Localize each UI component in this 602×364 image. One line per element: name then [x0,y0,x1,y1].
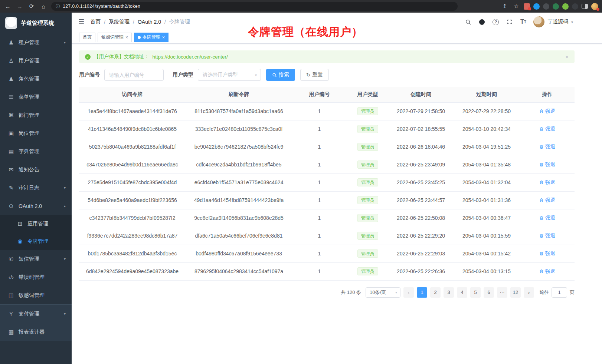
tab-home[interactable]: 首页 [79,33,95,42]
sidebar-item-oauth[interactable]: ⊙ OAuth 2.0 ▴ [0,197,72,215]
extension-icon[interactable] [543,3,549,10]
sidebar-item-sensitive-word[interactable]: ◫ 敏感词管理 [0,286,72,304]
app-logo[interactable]: 芋道管理系统 [0,13,72,33]
user-avatar [533,16,544,27]
extension-icon[interactable] [562,3,569,10]
force-logout-button[interactable]: 强退 [539,108,555,115]
cell-expire-time: 2054-03-04 00:15:59 [453,227,520,245]
cell-create-time: 2022-06-25 23:44:57 [389,191,453,209]
cell-actions: 强退 [520,102,575,120]
page-button-2[interactable]: 2 [430,287,441,298]
next-page-button[interactable]: › [524,287,534,298]
sidebar-item-menu[interactable]: ☰ 菜单管理 [0,88,72,106]
page-button-1[interactable]: 1 [417,287,427,298]
token-signal-icon: ◉ [16,238,24,245]
search-icon[interactable] [465,18,472,26]
cell-expire-time: 2054-03-10 20:42:34 [453,120,520,138]
cell-user-id: 1 [292,102,347,120]
cell-user-type: 管理员 [347,138,389,156]
extension-icon[interactable] [533,3,540,10]
pagination: 共 120 条 10条/页 ▾ ‹ 1 2 3 4 5 6 ··· 12 › 前… [79,287,575,298]
sidebar-item-payment[interactable]: ¥ 支付管理 ▾ [0,305,72,323]
force-logout-button[interactable]: 强退 [539,179,555,186]
sidebar-item-user[interactable]: ♙ 用户管理 [0,52,72,70]
doc-link[interactable]: https://doc.iocoder.cn/user-center/ [153,54,228,60]
goto-page-input[interactable] [552,287,567,298]
page-button-6[interactable]: 6 [484,287,494,298]
sidebar-item-sms[interactable]: ✆ 短信管理 ▾ [0,250,72,268]
logo-image [5,17,17,29]
page-button-5[interactable]: 5 [470,287,481,298]
force-logout-button[interactable]: 强退 [539,250,555,257]
share-icon[interactable]: ↥ [501,3,509,10]
cell-user-type: 管理员 [347,245,389,262]
close-icon[interactable]: × [162,35,165,40]
force-logout-button[interactable]: 强退 [539,161,555,168]
page-button-3[interactable]: 3 [444,287,454,298]
oauth-icon: ⊙ [7,203,15,209]
sidebar-item-oauth-token[interactable]: ◉ 令牌管理 [0,232,72,250]
sidebar-item-oauth-application[interactable]: ⊞ 应用管理 [0,215,72,232]
page-button-4[interactable]: 4 [457,287,467,298]
sidebar-toggle-icon[interactable]: ☰ [78,18,84,26]
bookmark-star-icon[interactable]: ☆ [512,3,520,10]
cell-access-token: 54d6be82ee5a460a9aedc1f9bf223656 [79,191,186,209]
force-logout-button[interactable]: 强退 [539,232,555,239]
sms-icon: ✆ [7,256,15,262]
forward-icon[interactable]: → [16,3,24,10]
payment-icon: ¥ [7,311,15,317]
github-icon[interactable] [478,18,486,26]
page-button-12[interactable]: 12 [510,287,521,298]
breadcrumb-system[interactable]: 系统管理 [109,19,130,25]
sidebar-item-tenant[interactable]: ♟ 租户管理 ▾ [0,33,72,52]
reset-button[interactable]: ↻ 重置 [300,69,329,81]
force-logout-button[interactable]: 强退 [539,215,555,221]
breadcrumb-oauth[interactable]: OAuth 2.0 [138,19,161,25]
force-logout-button[interactable]: 强退 [539,126,555,132]
cell-refresh-token: 811c530487574fa0af1a59d3abc1aa66 [186,102,292,120]
sidebar-item-report-designer[interactable]: ▦ 报表设计器 [0,323,72,341]
fullscreen-icon[interactable] [506,18,513,26]
search-button[interactable]: 搜索 [266,69,295,81]
force-logout-button[interactable]: 强退 [539,197,555,203]
chevron-down-icon: ▾ [64,257,66,261]
breadcrumb-home[interactable]: 首页 [90,19,101,25]
more-pages-button[interactable]: ··· [497,287,507,298]
user-id-input[interactable] [104,69,164,81]
url-text: 127.0.0.1:1024/system/oauth2/token [63,4,140,9]
sidebar-item-department[interactable]: ⌘ 部门管理 [0,106,72,124]
sidebar-item-error-code[interactable]: ‹/› 错误码管理 [0,268,72,286]
cell-create-time: 2022-06-26 18:04:46 [389,138,453,156]
home-icon[interactable]: ⌂ [39,3,48,10]
prev-page-button[interactable]: ‹ [403,287,414,298]
tab-sensitive-word[interactable]: 敏感词管理 × [98,33,132,42]
site-info-icon[interactable]: ⓘ [56,3,60,10]
user-menu[interactable]: 芋道源码 ▾ [533,16,573,27]
sidebar-item-dictionary[interactable]: ▤ 字典管理 [0,142,72,161]
url-bar[interactable]: ⓘ 127.0.0.1:1024/system/oauth2/token [51,2,458,11]
back-icon[interactable]: ← [4,3,12,10]
cell-actions: 强退 [520,209,575,227]
reload-icon[interactable]: ⟳ [27,3,36,10]
user-type-select[interactable]: 请选择用户类型 ▾ [198,69,261,81]
extension-icon[interactable] [553,3,559,10]
sidebar-item-role[interactable]: ♟ 角色管理 [0,70,72,88]
close-icon[interactable]: × [125,35,128,40]
extension-icon[interactable] [572,3,578,10]
sidebar-item-audit-log[interactable]: ✎ 审计日志 ▾ [0,179,72,197]
cell-user-type: 管理员 [347,173,389,191]
tab-token[interactable]: 令牌管理 × [134,33,169,42]
alert-close-icon[interactable]: × [565,54,569,60]
force-logout-button[interactable]: 强退 [539,268,555,275]
force-logout-button[interactable]: 强退 [539,143,555,150]
sidebar-item-notice[interactable]: ✉ 通知公告 [0,161,72,179]
side-panel-icon[interactable] [582,4,588,9]
font-size-icon[interactable]: TT [520,18,527,26]
sidebar-item-post[interactable]: ▣ 岗位管理 [0,124,72,142]
cell-expire-time: 2022-07-29 22:28:50 [453,102,520,120]
browser-profile-avatar[interactable] [591,3,598,10]
page-size-select[interactable]: 10条/页 ▾ [366,287,400,298]
chevron-down-icon: ▾ [64,186,66,190]
extension-icon[interactable] [524,3,530,10]
help-icon[interactable]: ? [492,18,500,26]
